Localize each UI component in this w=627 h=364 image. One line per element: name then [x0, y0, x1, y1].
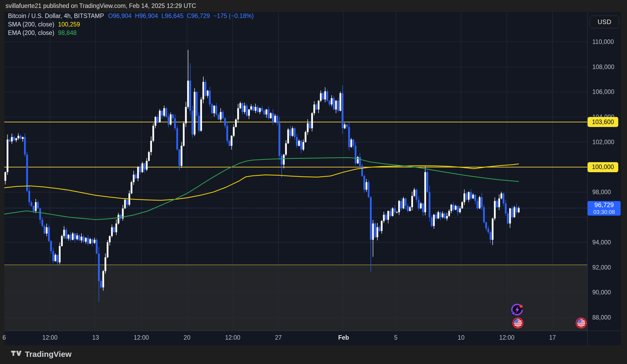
price-tick-label: 90,000: [592, 289, 611, 296]
tradingview-wordmark: TradingView: [25, 350, 71, 359]
us-flag-icon[interactable]: [512, 317, 524, 330]
level-price-badge: 100,000: [588, 162, 618, 172]
time-tick-label: 20: [183, 334, 190, 341]
price-chart-pane[interactable]: [0, 0, 627, 364]
us-flag-icon[interactable]: [575, 317, 587, 330]
tradingview-footer[interactable]: TradingView: [11, 349, 71, 360]
last-price-badge: 96,729 03:30:08: [588, 201, 621, 216]
time-tick-label: 10: [458, 334, 465, 341]
tradingview-logo-icon: [11, 351, 22, 358]
price-tick-label: 102,000: [592, 138, 614, 145]
time-tick-label: 12:00: [499, 334, 514, 341]
price-tick-label: 108,000: [592, 63, 614, 70]
axis-corner-divider: [587, 331, 588, 345]
last-price-value: 96,729: [594, 202, 614, 208]
price-tick-label: 98,000: [592, 189, 611, 196]
price-tick-label: 94,000: [592, 239, 611, 246]
time-tick-label: 13: [92, 334, 99, 341]
level-price-badge: 103,600: [588, 117, 618, 127]
time-tick-label: 12:00: [134, 334, 149, 341]
time-tick-label: 5: [394, 334, 398, 341]
time-tick-label: 17: [549, 334, 556, 341]
price-tick-label: 92,000: [592, 264, 611, 271]
time-tick-label: Feb: [338, 334, 349, 341]
currency-toggle-button[interactable]: USD: [590, 16, 619, 28]
time-tick-label: 27: [275, 334, 282, 341]
bar-countdown: 03:30:08: [593, 208, 615, 215]
price-tick-label: 110,000: [592, 38, 614, 46]
price-tick-label: 88,000: [592, 314, 611, 321]
ai-spark-icon[interactable]: [510, 303, 524, 317]
time-tick-label: 6: [3, 334, 6, 341]
price-tick-label: 106,000: [592, 88, 614, 95]
time-tick-label: 12:00: [42, 334, 58, 341]
time-tick-label: 12:00: [225, 334, 240, 341]
